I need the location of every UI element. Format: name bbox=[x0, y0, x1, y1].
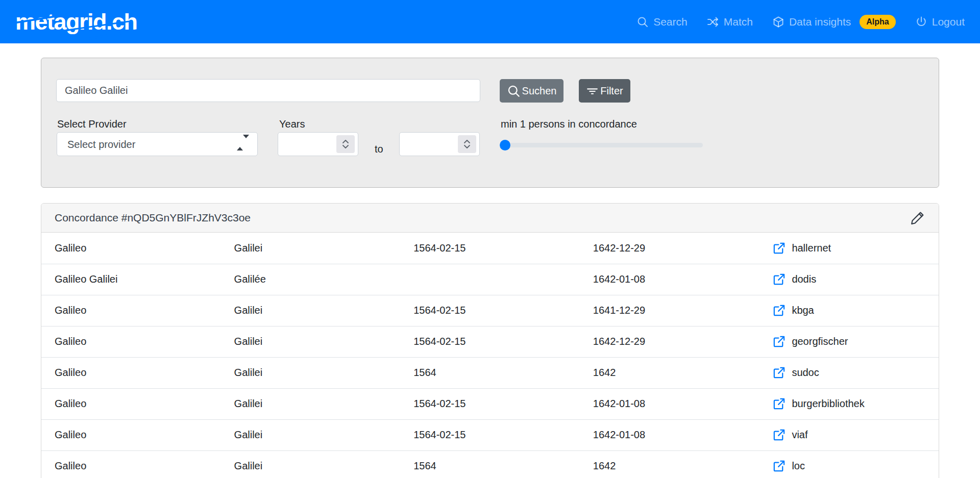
cell-birth-date: 1564-02-15 bbox=[400, 233, 580, 264]
concordance-table: Galileo Galilei 1564-02-15 1642-12-29 ha… bbox=[41, 233, 939, 478]
pencil-icon bbox=[910, 210, 925, 225]
cell-first-name: Galileo bbox=[41, 326, 221, 357]
cell-birth-date: 1564 bbox=[400, 357, 580, 388]
chevron-down-icon bbox=[464, 145, 470, 148]
years-to-label: to bbox=[375, 143, 383, 155]
cell-provider: hallernet bbox=[759, 233, 939, 264]
cell-death-date: 1642 bbox=[580, 450, 760, 478]
cell-death-date: 1642-01-08 bbox=[580, 388, 760, 419]
provider-link[interactable]: kbga bbox=[772, 304, 935, 317]
provider-select[interactable]: Select provider bbox=[57, 132, 258, 156]
provider-link[interactable]: dodis bbox=[772, 272, 935, 286]
cell-first-name: Galileo bbox=[41, 233, 221, 264]
main-nav: Search Match Data insights Alpha Logout bbox=[636, 15, 965, 29]
table-row: Galileo Galilei 1564-02-15 1642-12-29 ha… bbox=[41, 233, 939, 264]
provider-name: kbga bbox=[792, 305, 814, 316]
table-row: Galileo Galilei 1564-02-15 1641-12-29 kb… bbox=[41, 295, 939, 326]
provider-label: Select Provider bbox=[57, 118, 127, 130]
external-link-icon bbox=[772, 335, 786, 348]
cell-first-name: Galileo bbox=[41, 419, 221, 450]
nav-search[interactable]: Search bbox=[636, 16, 688, 28]
cell-last-name: Galilei bbox=[221, 295, 401, 326]
brand-logo[interactable]: metagrid.ch bbox=[15, 10, 137, 33]
provider-link[interactable]: viaf bbox=[772, 428, 935, 442]
search-icon bbox=[636, 16, 649, 28]
provider-link[interactable]: georgfischer bbox=[772, 335, 935, 348]
table-row: Galileo Galilei 1564 1642 loc bbox=[41, 450, 939, 478]
provider-name: loc bbox=[792, 460, 805, 472]
table-row: Galileo Galilei 1564-02-15 1642-01-08 vi… bbox=[41, 419, 939, 450]
edit-concordance-button[interactable] bbox=[910, 210, 925, 225]
year-to-stepper[interactable] bbox=[458, 135, 476, 153]
cell-provider: sudoc bbox=[759, 357, 939, 388]
top-navbar: metagrid.ch Search Match Data insights A… bbox=[0, 0, 980, 43]
filter-button-label: Filter bbox=[600, 85, 623, 97]
search-icon bbox=[507, 84, 521, 98]
cell-death-date: 1642-01-08 bbox=[580, 264, 760, 295]
cell-birth-date bbox=[400, 264, 580, 295]
cell-provider: dodis bbox=[759, 264, 939, 295]
provider-name: burgerbibliothek bbox=[792, 398, 864, 410]
nav-match-label: Match bbox=[724, 16, 753, 28]
year-from-field bbox=[278, 132, 358, 156]
cell-death-date: 1642-12-29 bbox=[580, 326, 760, 357]
provider-name: georgfischer bbox=[792, 336, 848, 347]
nav-data-insights[interactable]: Data insights Alpha bbox=[772, 15, 896, 29]
provider-name: dodis bbox=[792, 273, 816, 285]
power-icon bbox=[915, 16, 927, 28]
cell-birth-date: 1564 bbox=[400, 450, 580, 478]
nav-search-label: Search bbox=[653, 16, 688, 28]
external-link-icon bbox=[772, 366, 786, 380]
min-persons-slider-thumb[interactable] bbox=[500, 140, 510, 150]
provider-select-wrap: Select provider bbox=[57, 132, 258, 156]
external-link-icon bbox=[772, 304, 786, 317]
cell-death-date: 1642-12-29 bbox=[580, 233, 760, 264]
suchen-button-label: Suchen bbox=[522, 85, 557, 97]
search-input[interactable] bbox=[56, 79, 480, 102]
nav-match[interactable]: Match bbox=[707, 16, 753, 28]
years-label: Years bbox=[279, 118, 305, 130]
provider-link[interactable]: burgerbibliothek bbox=[772, 397, 935, 411]
cell-death-date: 1642 bbox=[580, 357, 760, 388]
cell-first-name: Galileo bbox=[41, 357, 221, 388]
nav-data-insights-label: Data insights bbox=[789, 16, 851, 28]
table-row: Galileo Galilei 1564 1642 sudoc bbox=[41, 357, 939, 388]
cell-first-name: Galileo bbox=[41, 295, 221, 326]
min-persons-slider-track[interactable] bbox=[501, 143, 703, 147]
brand-text: metagrid.ch bbox=[15, 9, 137, 35]
provider-link[interactable]: loc bbox=[772, 459, 935, 473]
external-link-icon bbox=[772, 459, 786, 473]
cell-first-name: Galileo bbox=[41, 388, 221, 419]
concordance-card: Concordance #nQD5GnYBlFrJZhV3c3oe Galile… bbox=[41, 203, 939, 478]
cell-last-name: Galilei bbox=[221, 388, 401, 419]
table-row: Galileo Galilei 1564-02-15 1642-12-29 ge… bbox=[41, 326, 939, 357]
cell-last-name: Galilei bbox=[221, 326, 401, 357]
cell-birth-date: 1564-02-15 bbox=[400, 388, 580, 419]
cell-last-name: Galilei bbox=[221, 419, 401, 450]
concordance-title: Concordance #nQD5GnYBlFrJZhV3c3oe bbox=[55, 212, 251, 224]
suchen-button[interactable]: Suchen bbox=[500, 79, 564, 103]
cell-birth-date: 1564-02-15 bbox=[400, 295, 580, 326]
nav-logout-label: Logout bbox=[932, 16, 965, 28]
cell-death-date: 1642-01-08 bbox=[580, 419, 760, 450]
table-row: Galileo Galilei Galilée 1642-01-08 dodis bbox=[41, 264, 939, 295]
provider-link[interactable]: hallernet bbox=[772, 241, 935, 255]
cell-birth-date: 1564-02-15 bbox=[400, 419, 580, 450]
cell-last-name: Galilei bbox=[221, 357, 401, 388]
external-link-icon bbox=[772, 272, 786, 286]
min-persons-label: min 1 persons in concordance bbox=[501, 118, 637, 130]
nav-logout[interactable]: Logout bbox=[915, 16, 965, 28]
filter-panel: Suchen Filter Select Provider Select pro… bbox=[41, 58, 939, 188]
filter-icon bbox=[586, 85, 599, 97]
external-link-icon bbox=[772, 397, 786, 411]
page-content: Suchen Filter Select Provider Select pro… bbox=[0, 43, 980, 478]
cell-first-name: Galileo bbox=[41, 450, 221, 478]
cell-death-date: 1641-12-29 bbox=[580, 295, 760, 326]
year-from-stepper[interactable] bbox=[336, 135, 355, 153]
concordance-card-header: Concordance #nQD5GnYBlFrJZhV3c3oe bbox=[41, 204, 939, 233]
provider-link[interactable]: sudoc bbox=[772, 366, 935, 380]
shuffle-icon bbox=[707, 16, 719, 28]
cell-last-name: Galilei bbox=[221, 233, 401, 264]
chevron-down-icon bbox=[342, 145, 349, 148]
filter-button[interactable]: Filter bbox=[579, 79, 630, 103]
